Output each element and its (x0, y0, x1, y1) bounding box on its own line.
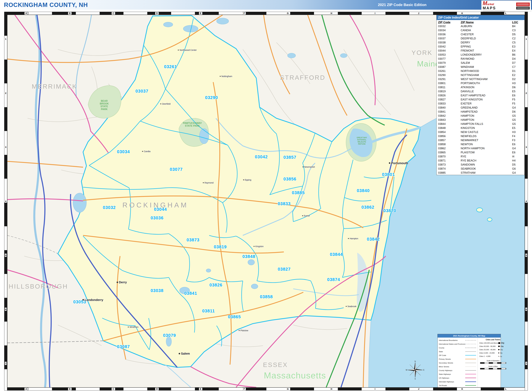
zip-label-03042: 03042 (255, 154, 268, 159)
zip-index-cell: E6 (512, 150, 523, 154)
region-label: MERRIMACK (32, 83, 77, 90)
legend-city-label: Cities 50,000 - 99,999 (479, 345, 495, 347)
town-dot (82, 299, 84, 301)
zip-index-cell: B6 (512, 53, 523, 57)
region-label: ESSEX (263, 361, 288, 369)
zip-index-cell: 03079 (438, 61, 461, 65)
legend-item: County Highways (439, 369, 476, 372)
zip-index-row: 03038DERRYC5 (437, 41, 524, 45)
zip-index-row: 03854NEW CASTLEH3 (437, 130, 524, 134)
zip-index-cell: ATKINSON (461, 85, 512, 89)
grid-letter-F: F (243, 12, 246, 15)
zip-index-cell: EPPING (461, 45, 512, 49)
town-name: Seabrook (347, 305, 356, 308)
zip-index-cell: H3 (512, 81, 523, 85)
grid-ruler-bottom: ABCDEFGHIJKL (4, 387, 528, 391)
zip-index-cell: 03842 (438, 114, 461, 118)
zip-index-cell: HAMPSTEAD (461, 110, 512, 114)
zip-index-cell: SEABROOK (461, 167, 512, 171)
zip-label-03036: 03036 (151, 215, 163, 220)
zip-index-cell: 03858 (438, 142, 461, 146)
legend-item-label: Interstate Highways (439, 381, 454, 383)
zip-index-cell: 03801 (438, 81, 461, 85)
grid-number-5: 5 (525, 254, 527, 257)
zip-index-cell: NOTTINGHAM (461, 73, 512, 77)
zip-label-03844: 03844 (330, 252, 343, 257)
town-dot (346, 306, 347, 307)
zip-label-03858: 03858 (260, 294, 273, 299)
compass-rose: N S E W (405, 360, 425, 380)
grid-letter-C: C (112, 12, 115, 15)
legend-item: State Highways (439, 372, 476, 376)
zip-index-cell: D6 (512, 85, 523, 89)
zip-index-header: ZIP Code ZIP Name LOC (437, 20, 524, 24)
zip-index-row: 03261NORTHWOODD1 (437, 69, 524, 73)
zip-index-row: 03885STRATHAMG4 (437, 171, 524, 175)
map-canvas[interactable]: 0326103037032900303403042038570307703801… (7, 15, 525, 387)
town-label-nottingham: Nottingham (220, 75, 232, 78)
legend-city-item: Cities 100,000 and AboveCity (479, 341, 507, 345)
logo-wordmark: Market MAPS (483, 1, 505, 11)
zip-index-cell: H4 (512, 159, 523, 163)
zip-index-row: 03037DEERFIELDC2 (437, 37, 524, 41)
zip-label-03261: 03261 (164, 64, 177, 69)
legend-item: Minor Streets (439, 365, 476, 369)
legend-item: International Boundaries (439, 338, 476, 342)
region-label: PAWTUCKAWAY STATE PARK (183, 122, 202, 127)
legend-line-items: International BoundariesInternational St… (439, 338, 476, 387)
legend-city-label: Cities 100,000 and Above (479, 342, 498, 344)
town-name: Windham (130, 326, 138, 328)
legend-item-label: ZIP Code (439, 355, 446, 356)
zip-index-cell: 03036 (438, 33, 461, 37)
town-label-deerfield: Deerfield (160, 103, 171, 105)
legend-item-label: County (439, 347, 444, 349)
grid-letter-B: B (68, 388, 71, 390)
zip-index-cell: NORTHWOOD (461, 69, 512, 73)
edition-label: 2021 ZIP Code Basic Edition (378, 3, 426, 7)
zip-index-cell: E4 (512, 49, 523, 53)
zip-index-row: 03843HAMPTONG5 (437, 118, 524, 122)
legend-city-item: Cities 25,000 - 49,999City (479, 348, 507, 351)
legend-item: County (439, 346, 476, 350)
town-name: Portsmouth (391, 161, 408, 165)
grid-ruler-left: 1234567 (4, 12, 7, 391)
grid-letter-F: F (243, 388, 246, 390)
zip-index-cell: 03840 (438, 106, 461, 110)
town-label-northwood-center: Northwood Center (178, 49, 197, 51)
legend-right-column: Cities and Towns Cities 100,000 and Abov… (478, 338, 507, 387)
town-dot (203, 182, 204, 183)
grid-number-4: 4 (525, 200, 527, 203)
legend-city-label: Cities 5,000 - 24,999 (479, 352, 495, 354)
zip-index-cell: SANDOWN (461, 163, 512, 167)
logo-word-maps: MAPS (483, 6, 505, 10)
town-label-candia: Candia (142, 150, 150, 153)
legend-city-item: Cities 5,000 - 24,999City (479, 351, 507, 355)
legend-item-label: International States and Provinces (439, 343, 465, 345)
zip-index-row: 03036CHESTERD5 (437, 33, 524, 37)
grid-number-3: 3 (525, 145, 527, 149)
zip-index-row: 03848KINGSTONE5 (437, 126, 524, 130)
legend-line-sample (465, 351, 476, 352)
zip-index-cell: 03874 (438, 167, 461, 171)
zip-index-cell: EAST KINGSTON (461, 98, 512, 102)
city-sample-name: City (501, 342, 504, 344)
legend-city-sample: City (498, 342, 507, 344)
legend-item-label: Toll Roads (439, 385, 447, 386)
grid-number-6: 6 (5, 308, 7, 311)
zip-index-cell: 03865 (438, 150, 461, 154)
grid-letter-A: A (24, 388, 28, 390)
zip-index-cell: EAST HAMPSTEAD (461, 93, 512, 98)
zip-index-cell: G5 (512, 122, 523, 126)
zip-index-row: 03857NEWMARKETF3 (437, 138, 524, 142)
zip-index-cell: G6 (512, 167, 523, 171)
zip-index-cell: CHESTER (461, 33, 512, 37)
zip-index-cell: G5 (512, 114, 523, 118)
region-label: GREAT BAY NATIONAL WILDLIFE REFUGE (357, 137, 367, 145)
grid-letter-K: K (461, 388, 464, 390)
zip-index-cell: C5 (512, 41, 523, 45)
city-sample-name: City (500, 352, 502, 354)
zip-index-row: 03840GREENLANDG4 (437, 106, 524, 110)
town-label-seabrook: Seabrook (346, 305, 356, 308)
zip-index-row: 03842HAMPTONG5 (437, 114, 524, 118)
zip-index-cell: EXETER (461, 102, 512, 106)
